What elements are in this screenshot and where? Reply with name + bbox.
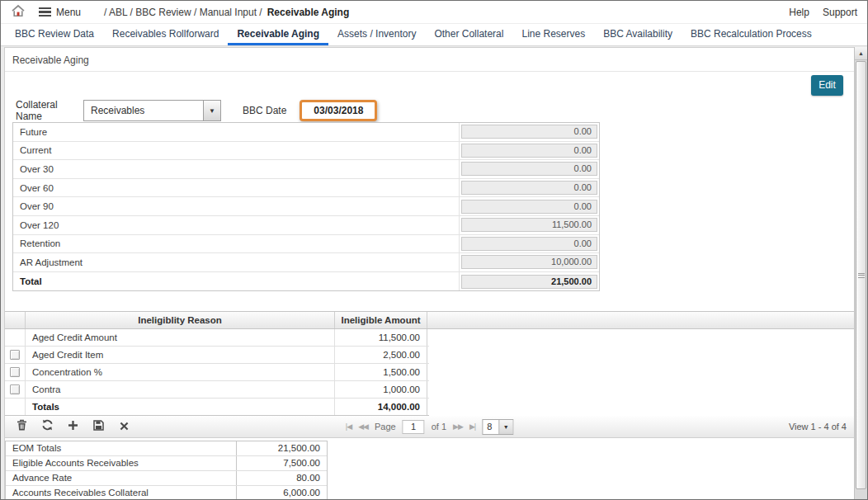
edit-button[interactable]: Edit xyxy=(811,75,843,96)
checkbox-cell xyxy=(5,329,26,346)
collateral-name-label: Collateral Name xyxy=(16,99,83,122)
app-window: Menu / ABL / BBC Review / Manual Input /… xyxy=(0,0,868,500)
divider xyxy=(5,71,854,72)
tab-other-collateral[interactable]: Other Collateral xyxy=(425,24,512,45)
hamburger-icon xyxy=(39,7,51,17)
page-label: Page xyxy=(375,422,396,432)
grid-header-row: Ineligiblity Reason Ineligible Amount xyxy=(5,311,854,329)
reason-cell: Concentration % xyxy=(26,364,335,380)
amount-cell: 1,500.00 xyxy=(335,364,427,380)
breadcrumb-path: / ABL / BBC Review / Manual Input / xyxy=(104,7,262,18)
aging-value-future: 0.00 xyxy=(461,125,597,139)
prev-page-icon[interactable]: ◀◀ xyxy=(358,422,368,431)
tab-assets-inventory[interactable]: Assets / Inventory xyxy=(328,24,425,45)
save-button[interactable] xyxy=(89,418,107,435)
page-number-input[interactable] xyxy=(403,420,425,434)
ineligibility-grid: Ineligiblity Reason Ineligible Amount Ag… xyxy=(5,311,854,416)
page-size-select[interactable]: 8 ▼ xyxy=(482,419,513,435)
empty-column-header xyxy=(427,312,854,328)
reason-column-header: Ineligiblity Reason xyxy=(26,312,335,328)
aging-value-ar-adjustment: 10,000.00 xyxy=(461,255,597,269)
aging-value-cell: 0.00 xyxy=(459,197,599,215)
last-page-icon[interactable]: ▶| xyxy=(469,422,475,431)
delete-row-button[interactable] xyxy=(12,418,31,435)
row-checkbox[interactable] xyxy=(10,384,20,394)
amount-cell: 1,000.00 xyxy=(335,381,427,398)
checkbox-cell xyxy=(5,364,26,380)
home-icon xyxy=(11,4,26,20)
totals-label-cell: Totals xyxy=(26,399,335,415)
next-page-icon[interactable]: ▶▶ xyxy=(453,422,463,431)
trash-icon xyxy=(17,419,27,434)
tab-line-reserves[interactable]: Line Reserves xyxy=(512,24,594,45)
tab-bbc-recalculation-process[interactable]: BBC Recalculation Process xyxy=(682,24,821,45)
grid-row-totals: Totals 14,000.00 xyxy=(5,399,429,416)
aging-value-cell: 21,500.00 xyxy=(459,272,599,291)
page-title: Receivable Aging xyxy=(12,54,89,66)
breadcrumb[interactable]: / ABL / BBC Review / Manual Input / Rece… xyxy=(104,7,349,18)
tab-receivable-aging[interactable]: Receivable Aging xyxy=(228,24,328,45)
aging-row-over-60: Over 60 0.00 xyxy=(13,179,599,198)
tab-bbc-availability[interactable]: BBC Availability xyxy=(594,24,682,45)
aging-label: AR Adjustment xyxy=(13,257,459,267)
aging-label: Retention xyxy=(13,238,459,248)
aging-value-over-90: 0.00 xyxy=(461,200,597,214)
summary-value: 7,500.00 xyxy=(236,456,327,470)
aging-value-over-30: 0.00 xyxy=(461,162,597,176)
aging-row-over-90: Over 90 0.00 xyxy=(13,197,599,216)
grid-row-concentration: Concentration % 1,500.00 xyxy=(5,364,429,381)
row-checkbox[interactable] xyxy=(10,350,20,360)
scrollbar-grip-icon xyxy=(858,273,865,280)
aging-row-total: Total 21,500.00 xyxy=(13,272,599,291)
cancel-button[interactable] xyxy=(115,418,133,435)
summary-row-ar-collateral: Accounts Receivables Collateral 6,000.00 xyxy=(6,486,327,500)
chevron-down-icon[interactable]: ▼ xyxy=(203,101,220,120)
aging-label: Current xyxy=(13,145,459,155)
home-button[interactable] xyxy=(11,4,26,20)
first-page-icon[interactable]: |◀ xyxy=(346,422,351,431)
tab-receivables-rollforward[interactable]: Receivables Rollforward xyxy=(103,24,228,45)
aging-row-over-120: Over 120 11,500.00 xyxy=(13,216,599,235)
summary-table: EOM Totals 21,500.00 Eligible Accounts R… xyxy=(5,441,328,500)
aging-value-cell: 0.00 xyxy=(459,160,599,178)
summary-row-eom-totals: EOM Totals 21,500.00 xyxy=(6,441,327,456)
aging-row-over-30: Over 30 0.00 xyxy=(13,160,599,179)
collateral-name-value: Receivables xyxy=(84,101,203,120)
page-of-label: of 1 xyxy=(432,422,446,432)
aging-label: Over 30 xyxy=(13,164,459,174)
scrollbar-thumb[interactable] xyxy=(856,61,866,489)
aging-value-over-60: 0.00 xyxy=(461,181,597,195)
checkbox-column-header xyxy=(5,312,26,328)
bbc-date-label: BBC Date xyxy=(243,105,286,116)
chevron-down-icon[interactable]: ▼ xyxy=(498,420,512,434)
scroll-up-icon[interactable]: ▲ xyxy=(855,47,867,60)
topbar-links: Help Support xyxy=(789,7,857,18)
help-link[interactable]: Help xyxy=(789,7,809,18)
aging-value-cell: 0.00 xyxy=(459,235,599,253)
close-icon xyxy=(120,419,129,434)
collateral-name-select[interactable]: Receivables ▼ xyxy=(83,100,221,121)
receivable-aging-panel: Receivable Aging Edit Collateral Name Re… xyxy=(4,47,855,500)
row-checkbox[interactable] xyxy=(10,367,20,377)
aging-value-cell: 0.00 xyxy=(459,123,599,141)
vertical-scrollbar[interactable]: ▲ xyxy=(854,47,867,499)
aging-row-ar-adjustment: AR Adjustment 10,000.00 xyxy=(13,253,599,272)
summary-label: Advance Rate xyxy=(6,471,236,485)
aging-label: Over 60 xyxy=(13,183,459,193)
bbc-date-field[interactable]: 03/03/2018 xyxy=(300,100,377,121)
aging-value-current: 0.00 xyxy=(461,144,597,158)
filter-row: Collateral Name Receivables ▼ BBC Date 0… xyxy=(16,98,377,123)
menu-button[interactable]: Menu xyxy=(39,7,81,18)
aging-row-retention: Retention 0.00 xyxy=(13,235,599,254)
summary-label: Accounts Receivables Collateral xyxy=(6,486,236,500)
refresh-button[interactable] xyxy=(38,418,56,435)
support-link[interactable]: Support xyxy=(823,7,857,18)
tab-bbc-review-data[interactable]: BBC Review Data xyxy=(6,24,103,45)
add-row-button[interactable] xyxy=(64,418,82,435)
aging-label: Total xyxy=(13,276,459,286)
tab-bar: BBC Review Data Receivables Rollforward … xyxy=(1,24,867,46)
summary-row-eligible-ar: Eligible Accounts Receivables 7,500.00 xyxy=(6,456,327,471)
aging-table: Future 0.00 Current 0.00 Over 30 0.00 Ov… xyxy=(12,122,600,291)
summary-label: EOM Totals xyxy=(6,441,236,455)
reason-cell: Aged Credit Amount xyxy=(26,329,335,346)
